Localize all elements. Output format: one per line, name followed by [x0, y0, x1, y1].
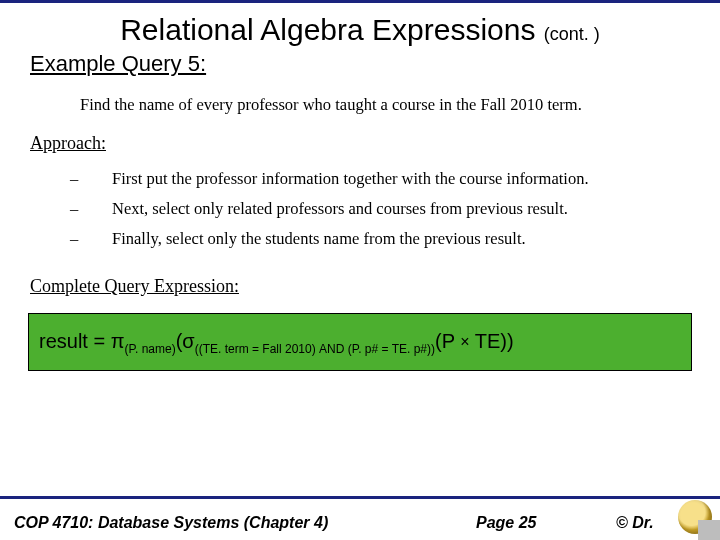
approach-heading: Approach: [0, 131, 720, 164]
list-item: – Next, select only related professors a… [70, 194, 680, 224]
example-query-heading: Example Query 5: [0, 51, 720, 89]
footer-page: Page 25 [476, 514, 616, 532]
complete-expression-heading: Complete Query Expression: [0, 272, 720, 307]
bullet-dash: – [70, 169, 112, 189]
approach-item-text: Next, select only related professors and… [112, 199, 568, 219]
slide-footer: COP 4710: Database Systems (Chapter 4) P… [0, 496, 720, 540]
expr-lhs: result = [39, 330, 111, 352]
sigma-subscript: ((TE. term = Fall 2010) AND (P. p# = TE.… [195, 342, 435, 356]
bullet-dash: – [70, 229, 112, 249]
approach-item-text: Finally, select only the students name f… [112, 229, 526, 249]
sigma-symbol: σ [182, 330, 194, 352]
slide-title: Relational Algebra Expressions (cont. ) [0, 3, 720, 51]
title-main: Relational Algebra Expressions [120, 13, 535, 46]
slide: Relational Algebra Expressions (cont. ) … [0, 0, 720, 540]
footer-copyright: © Dr. [616, 514, 706, 532]
query-prompt: Find the name of every professor who tau… [0, 89, 720, 131]
title-cont: (cont. ) [544, 24, 600, 44]
approach-list: – First put the professor information to… [0, 164, 720, 272]
decorative-strip [698, 520, 720, 540]
expr-tail2: TE)) [470, 330, 514, 352]
list-item: – Finally, select only the students name… [70, 224, 680, 254]
query-expression-box: result = π(P. name)(σ((TE. term = Fall 2… [28, 313, 692, 371]
footer-course: COP 4710: Database Systems (Chapter 4) [14, 514, 476, 532]
bullet-dash: – [70, 199, 112, 219]
pi-symbol: π [111, 330, 125, 352]
times-symbol: × [460, 333, 469, 350]
expr-tail1: (P [435, 330, 460, 352]
approach-item-text: First put the professor information toge… [112, 169, 589, 189]
pi-subscript: (P. name) [125, 342, 176, 356]
list-item: – First put the professor information to… [70, 164, 680, 194]
copyright-text: © Dr. [616, 514, 654, 531]
